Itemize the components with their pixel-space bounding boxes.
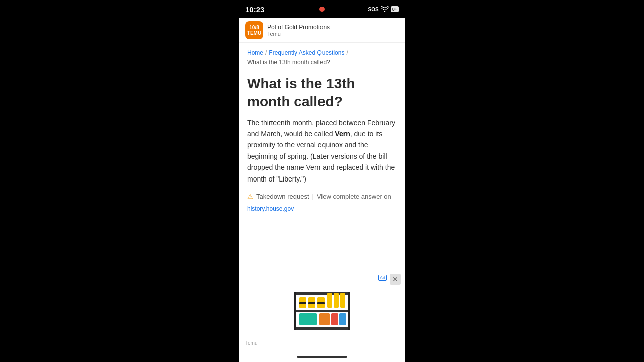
tool-shelf-image <box>289 285 355 335</box>
svg-rect-11 <box>327 293 332 308</box>
home-indicator <box>297 356 347 358</box>
breadcrumb-home[interactable]: Home <box>247 49 263 57</box>
svg-rect-6 <box>299 302 306 304</box>
battery-indicator: 8+ <box>391 6 399 12</box>
breadcrumb: Home / Frequently Asked Questions / What… <box>247 49 397 67</box>
svg-rect-13 <box>340 293 345 308</box>
dynamic-island <box>292 4 352 14</box>
action-row: ⚠ Takedown request | View complete answe… <box>247 193 397 212</box>
svg-rect-4 <box>348 292 350 330</box>
page-title: What is the 13th month called? <box>247 75 397 110</box>
ad-temu-label: Temu <box>245 340 257 346</box>
takedown-request-link[interactable]: Takedown request <box>256 193 309 200</box>
temu-logo-text: 10/8TEMU <box>247 25 261 36</box>
ad-bar[interactable]: 10/8TEMU Pot of Gold Promotions Temu <box>239 18 405 43</box>
breadcrumb-sep-1: / <box>265 49 267 57</box>
status-icons: SOS 8+ <box>368 6 399 12</box>
ad-close-button[interactable]: ✕ <box>390 274 401 285</box>
svg-rect-15 <box>319 313 330 325</box>
svg-rect-10 <box>317 302 325 304</box>
recording-dot <box>319 7 325 12</box>
breadcrumb-sep-2: / <box>346 49 348 57</box>
svg-rect-1 <box>294 310 350 312</box>
breadcrumb-faq[interactable]: Frequently Asked Questions <box>269 49 344 57</box>
breadcrumb-current: What is the 13th month called? <box>247 58 330 67</box>
article-bold-word: Vern <box>335 130 350 138</box>
ad-bottom-overlay: ✕ Ad <box>239 269 405 362</box>
pipe-separator: | <box>312 193 314 200</box>
article-body: The thirteenth month, placed between Feb… <box>247 117 397 185</box>
ad-subtitle: Temu <box>267 31 330 37</box>
svg-rect-14 <box>299 313 317 325</box>
ad-badge: Ad <box>378 275 387 281</box>
status-time: 10:23 <box>245 5 264 14</box>
view-answer-text: View complete answer on <box>317 193 391 200</box>
svg-rect-16 <box>331 313 338 325</box>
sos-indicator: SOS <box>368 7 379 12</box>
ad-title: Pot of Gold Promotions <box>267 24 330 31</box>
svg-rect-8 <box>308 302 315 304</box>
content-area: 10/8TEMU Pot of Gold Promotions Temu Hom… <box>239 18 405 362</box>
temu-logo: 10/8TEMU <box>245 21 263 39</box>
svg-rect-3 <box>294 292 296 330</box>
source-link[interactable]: history.house.gov <box>247 205 294 212</box>
svg-rect-2 <box>294 327 350 330</box>
wifi-icon <box>381 6 389 12</box>
status-bar: 10:23 SOS 8+ <box>239 0 405 18</box>
ad-text-block: Pot of Gold Promotions Temu <box>267 24 330 37</box>
svg-rect-12 <box>334 293 339 308</box>
svg-rect-17 <box>339 313 346 325</box>
phone-frame: 10:23 SOS 8+ 10/8TEMU Pot of Gold Promot… <box>239 0 405 362</box>
warning-icon: ⚠ <box>247 193 253 200</box>
